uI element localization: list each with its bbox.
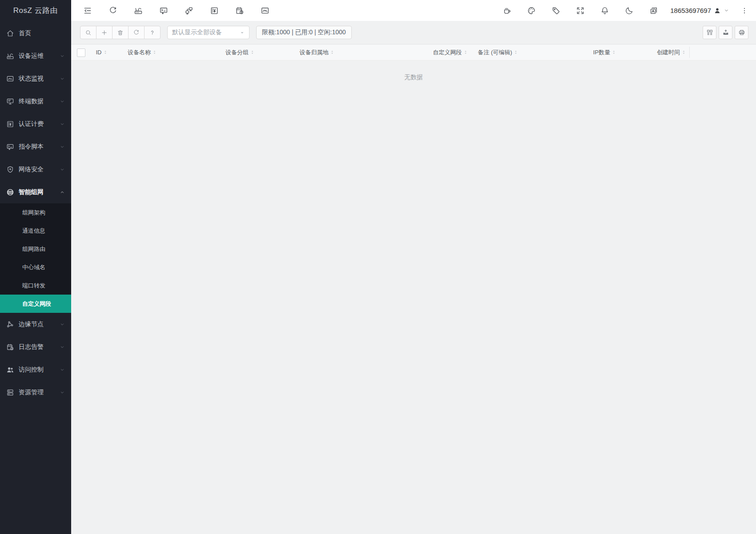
notifications-button[interactable] [598, 4, 611, 17]
refresh-icon [109, 6, 117, 15]
billing-icon [210, 6, 219, 15]
chevron-down-icon [60, 99, 65, 104]
column-label: 备注 (可编辑) [478, 49, 512, 57]
sort-icon [103, 49, 108, 56]
collapse-sidebar-button[interactable] [81, 4, 94, 17]
column-header-remark[interactable]: 备注 (可编辑) [478, 44, 518, 60]
fullscreen-icon [576, 6, 585, 15]
sidebar-subitem-network-route[interactable]: 组网路由 [0, 240, 71, 258]
sidebar-item-network-security[interactable]: 网络安全 [0, 158, 71, 181]
dark-mode-button[interactable] [623, 4, 636, 17]
chevron-down-icon [60, 167, 65, 172]
column-label: 设备分组 [225, 49, 249, 57]
export-button[interactable] [719, 26, 732, 39]
script-icon [6, 143, 14, 151]
toolbar-button-group [80, 26, 161, 39]
sidebar-item-label: 认证计费 [19, 120, 44, 128]
column-settings-button[interactable] [703, 26, 716, 39]
column-label: ID [96, 49, 102, 56]
column-header-device-location[interactable]: 设备归属地 [300, 44, 335, 60]
sidebar-nav: 首页设备运维状态监视终端数据认证计费指令脚本网络安全智能组网组网架构通道信息组网… [0, 22, 71, 534]
device-filter-select[interactable]: 默认显示全部设备 [167, 26, 249, 39]
collapse-icon [83, 6, 92, 15]
sidebar-item-label: 指令脚本 [19, 143, 44, 151]
sidebar-item-access-control[interactable]: 访问控制 [0, 358, 71, 381]
fullscreen-button[interactable] [574, 4, 587, 17]
chevron-down-icon [60, 322, 65, 327]
print-button[interactable] [735, 26, 748, 39]
log-shortcut[interactable] [233, 4, 246, 17]
sidebar-item-home[interactable]: 首页 [0, 22, 71, 44]
question-icon [149, 29, 156, 36]
column-header-device-name[interactable]: 设备名称 [128, 44, 157, 60]
header-right-icons [500, 4, 660, 17]
caret-down-icon [240, 30, 245, 35]
device-ops-shortcut[interactable] [132, 4, 145, 17]
sidebar-item-smart-network[interactable]: 智能组网 [0, 181, 71, 203]
export-icon [722, 29, 729, 36]
trash-icon [117, 29, 124, 36]
sidebar-subitem-network-arch[interactable]: 组网架构 [0, 203, 71, 222]
sidebar-item-terminal-data[interactable]: 终端数据 [0, 90, 71, 113]
chevron-down-icon [60, 367, 65, 372]
help-button[interactable] [144, 26, 161, 39]
account-phone: 18653697697 [670, 7, 711, 14]
coffee-button[interactable] [500, 4, 514, 17]
sidebar-item-resource-mgmt[interactable]: 资源管理 [0, 381, 71, 404]
column-header-custom-subnet[interactable]: 自定义网段 [433, 44, 468, 60]
refresh-button[interactable] [128, 26, 145, 39]
sidebar-item-label: 首页 [19, 29, 31, 37]
add-button[interactable] [96, 26, 113, 39]
more-menu-button[interactable] [739, 4, 750, 17]
sidebar-subitem-tunnel-info[interactable]: 通道信息 [0, 222, 71, 240]
billing-icon [6, 120, 14, 128]
sidebar-subitem-center-domain[interactable]: 中心域名 [0, 258, 71, 276]
column-label: 创建时间 [657, 49, 680, 57]
router-icon [134, 6, 143, 15]
app-title: RosZ 云路由 [0, 0, 71, 21]
column-label: 设备归属地 [300, 49, 329, 57]
column-header-ip-count[interactable]: IP数量 [593, 44, 616, 60]
sidebar-item-label: 设备运维 [19, 52, 44, 60]
sidebar-item-label: 边缘节点 [19, 320, 44, 328]
users-icon [6, 366, 14, 374]
desktop-icon [6, 97, 14, 105]
account-menu[interactable]: 18653697697 [670, 7, 729, 14]
column-header-created-time[interactable]: 创建时间 [657, 44, 686, 60]
sidebar-subitem-custom-subnet[interactable]: 自定义网段 [0, 295, 71, 313]
coffee-icon [503, 6, 511, 15]
sidebar-submenu-smart-network: 组网架构通道信息组网路由中心域名端口转发自定义网段 [0, 203, 71, 313]
monitor-chart-icon [261, 6, 269, 15]
palette-icon [527, 6, 536, 15]
sidebar-item-status-monitor[interactable]: 状态监视 [0, 67, 71, 90]
sidebar-item-device-ops[interactable]: 设备运维 [0, 44, 71, 67]
column-header-id[interactable]: ID [96, 44, 108, 60]
select-all-checkbox[interactable] [77, 49, 85, 57]
delete-button[interactable] [112, 26, 129, 39]
kebab-icon [740, 7, 748, 15]
monitor-shortcut[interactable] [258, 4, 272, 17]
calendar-clock-icon [235, 6, 244, 15]
sidebar-item-label: 状态监视 [19, 75, 44, 83]
sidebar-item-command-script[interactable]: 指令脚本 [0, 135, 71, 158]
command-script-shortcut[interactable] [157, 4, 170, 17]
column-header-device-group[interactable]: 设备分组 [225, 44, 255, 60]
tag-button[interactable] [549, 4, 563, 17]
network-topology-shortcut[interactable] [182, 4, 196, 17]
chevron-down-icon [60, 121, 65, 127]
sort-icon [152, 49, 157, 56]
chevron-down-icon [60, 344, 65, 350]
sidebar-subitem-port-forward[interactable]: 端口转发 [0, 276, 71, 295]
theme-button[interactable] [525, 4, 538, 17]
search-button[interactable] [80, 26, 97, 39]
server-icon [6, 388, 14, 396]
language-button[interactable] [647, 4, 660, 17]
sidebar-item-auth-billing[interactable]: 认证计费 [0, 113, 71, 135]
billing-shortcut[interactable] [208, 4, 221, 17]
monitor-chart-icon [6, 75, 14, 83]
refresh-page-button[interactable] [106, 4, 120, 17]
home-icon [6, 29, 14, 37]
sidebar-item-edge-node[interactable]: 边缘节点 [0, 313, 71, 336]
translate-icon [649, 6, 658, 15]
sidebar-item-log-alert[interactable]: 日志告警 [0, 336, 71, 358]
